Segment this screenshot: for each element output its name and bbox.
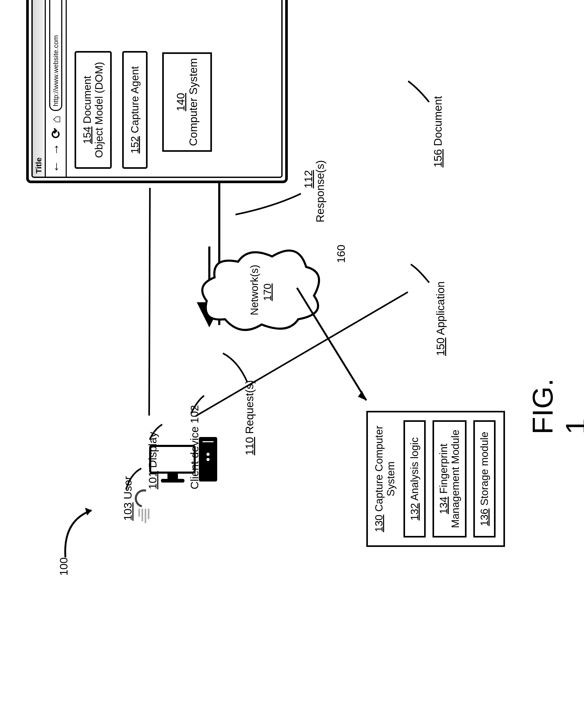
browser-toolbar: ← → ⟳ ⌂ http://www.website.com <box>46 0 67 177</box>
svg-marker-5 <box>358 391 366 400</box>
response-label: Response(s) <box>314 160 326 223</box>
response-ref: 112 <box>302 170 315 188</box>
forward-icon[interactable]: → <box>49 143 63 156</box>
figure-1-diagram: 100 103 User 101 Display Client device 1… <box>0 0 584 728</box>
analysis-logic-module: 132 Analysis logic <box>403 420 426 538</box>
figure-label: FIG. 1 <box>526 376 584 434</box>
client-device-label: Client device 102 <box>188 405 201 489</box>
display-label: 101 Display <box>147 432 159 489</box>
capture-system-title: 130 Capture Computer System <box>373 420 397 538</box>
reload-icon[interactable]: ⟳ <box>48 128 63 138</box>
application-label: 150 Application <box>434 281 447 356</box>
browser-titlebar: Title <box>33 0 46 177</box>
dom-module: 154 Document Object Model (DOM) <box>75 51 112 169</box>
home-icon[interactable]: ⌂ <box>49 116 63 123</box>
url-text: http://www.website.com <box>52 35 60 106</box>
request-label: 110 Request(s) <box>243 380 256 455</box>
back-icon[interactable]: ← <box>49 160 63 173</box>
ref-100-arrow <box>60 505 100 563</box>
browser-title-text: Title <box>34 158 43 174</box>
document-label: 156 Document <box>432 96 444 167</box>
fingerprint-module: 134 Fingerprint Management Module <box>432 420 467 538</box>
svg-line-6 <box>149 188 150 416</box>
capture-agent-module: 152 Capture Agent <box>122 51 148 169</box>
network-ref: 170 <box>262 283 273 301</box>
network-text: Network(s) <box>248 265 260 315</box>
storage-module: 136 Storage module <box>473 420 496 538</box>
ref-160: 160 <box>335 245 347 263</box>
client-tower <box>199 437 217 482</box>
url-field[interactable]: http://www.website.com <box>49 0 62 111</box>
user-label: 103 User <box>122 476 134 521</box>
